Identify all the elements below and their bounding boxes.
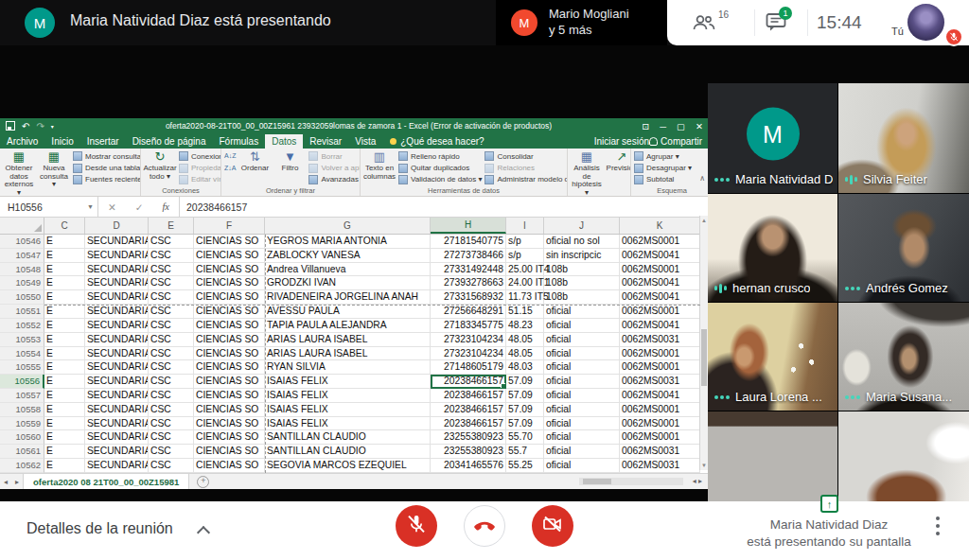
- participant-name: Maria Natividad Diaz: [735, 172, 833, 186]
- row-header-10554: 10554: [0, 347, 44, 361]
- refresh-all-button: ↻Actualizartodo ▾: [144, 150, 176, 181]
- cell-F10559: CIENCIAS SO: [194, 417, 265, 431]
- manage-data-model-button: Administrar modelo de datos: [484, 174, 568, 185]
- column-header-g: G: [265, 218, 431, 234]
- formula-buttons: ✕ ✓ fx: [98, 197, 180, 217]
- hang-up-button[interactable]: [464, 505, 505, 547]
- clock: 15:44: [817, 12, 862, 33]
- cell-D10559: SECUNDARIA: [85, 417, 149, 431]
- what-if-icon: ▦: [581, 150, 592, 164]
- cell-H10554: 27323104234: [431, 347, 506, 361]
- close-icon: ✕: [696, 121, 703, 131]
- cell-H10547: 27273738466: [431, 249, 506, 263]
- edit-links-icon: [179, 175, 188, 184]
- video-tile-laura-lorena[interactable]: Laura Lorena ...: [708, 303, 837, 411]
- video-tile-maria-natividad[interactable]: MMaria Natividad Diaz: [708, 83, 837, 193]
- cell-J10554: oficial: [544, 347, 620, 361]
- mic-off-icon: [949, 28, 959, 45]
- camera-off-icon: [541, 513, 564, 539]
- cell-E10546: CSC: [149, 235, 194, 249]
- remove-duplicates-button: Quitar duplicados: [398, 162, 482, 173]
- name-box-dropdown-icon: ▼: [87, 203, 94, 210]
- video-tile-andres-gomez[interactable]: Andrés Gomez: [838, 194, 969, 302]
- cell-G10547: ZABLOCKY VANESA: [265, 249, 431, 263]
- overflow-dots-icon: [714, 178, 730, 182]
- cell-C10553: E: [44, 333, 85, 347]
- participant-thumbnail[interactable]: M Mario Mogliani y 5 más: [496, 0, 667, 45]
- mute-microphone-button[interactable]: [396, 505, 437, 547]
- cell-E10556: CSC: [149, 375, 194, 389]
- table-row: 10549ESECUNDARIACSCCIENCIAS SOGRODZKI IV…: [0, 276, 700, 290]
- cell-E10557: CSC: [149, 389, 194, 403]
- meeting-details-button[interactable]: Detalles de la reunión: [26, 520, 173, 537]
- cell-I10562: 55.25: [506, 459, 544, 473]
- cell-C10562: E: [44, 459, 85, 473]
- column-header-j: J: [544, 218, 620, 234]
- self-avatar: [907, 4, 944, 41]
- cell-C10557: E: [44, 389, 85, 403]
- advanced-filter-button: Avanzadas: [308, 174, 361, 185]
- row-header-10560: 10560: [0, 430, 44, 445]
- relationships-button: Relaciones: [484, 162, 568, 173]
- cell-F10550: CIENCIAS SO: [194, 290, 265, 305]
- excel-menu-tabs: ArchivoInicioInsertarDiseño de páginaFór…: [0, 134, 708, 149]
- properties-icon: [179, 164, 188, 173]
- ribbon-group-previsi-n: ▦Análisis dehipótesis ▾↗PrevisiónPrevisi…: [568, 149, 631, 196]
- cell-J10560: oficial: [544, 430, 620, 445]
- cell-E10561: CSC: [149, 445, 194, 459]
- video-tile-hernan-crusco[interactable]: hernan crusco: [708, 194, 837, 302]
- cell-K10557: 0062MS0041: [620, 389, 700, 403]
- forecast-button: ↗Previsión: [606, 150, 631, 173]
- advanced-filter-icon: [308, 175, 318, 184]
- reapply-filter-button: Volver a aplicar: [308, 162, 361, 173]
- reapply-filter-icon: [308, 164, 318, 173]
- cell-H10553: 27323104234: [431, 333, 506, 347]
- table-row: 10556ESECUNDARIACSCCIENCIAS SOISAIAS FEL…: [0, 375, 700, 389]
- camera-off-button[interactable]: [532, 505, 573, 547]
- video-tile-silvia-feiter[interactable]: Silvia Feiter: [838, 83, 969, 193]
- video-tile-maria-susana[interactable]: Maria Susana...: [838, 303, 969, 411]
- cell-H10551: 27256648291: [431, 305, 506, 319]
- table-row: 10555ESECUNDARIACSCCIENCIAS SORYAN SILVI…: [0, 360, 700, 375]
- cell-K10562: 0062MS0031: [620, 459, 700, 473]
- chat-unread-badge: 1: [779, 7, 792, 20]
- cell-J10548: 108b: [544, 263, 620, 277]
- sheet-tab-bar: ◂ ▸ oferta2020 08 21T00_00_00Z15981 + ◂ …: [0, 473, 708, 489]
- cell-D10550: SECUNDARIA: [85, 290, 149, 305]
- chat-button[interactable]: 1: [766, 12, 787, 36]
- cancel-icon: ✕: [108, 201, 116, 213]
- column-header-k: K: [620, 218, 700, 234]
- table-row: 10553ESECUNDARIACSCCIENCIAS SOARIAS LAUR…: [0, 333, 700, 347]
- cell-H10549: 27393278663: [431, 276, 506, 290]
- video-tile-participant-8[interactable]: [838, 411, 969, 501]
- manage-data-model-icon: [484, 175, 494, 184]
- screen-share-icon: ↑: [820, 495, 838, 513]
- cell-I10557: 57.09: [506, 389, 544, 403]
- cell-I10552: 48.23: [506, 319, 544, 333]
- edit-links-button: Editar vínculos: [179, 174, 221, 185]
- table-row: 10557ESECUNDARIACSCCIENCIAS SOISAIAS FEL…: [0, 389, 700, 403]
- more-options-button[interactable]: [936, 516, 940, 535]
- cell-H10561: 23255380923: [431, 445, 506, 459]
- show-queries-button: Mostrar consultas: [73, 150, 141, 162]
- cell-G10552: TAPIA PAULA ALEJANDRA: [265, 319, 431, 333]
- data-validation-button: Validación de datos ▾: [398, 174, 482, 185]
- menu-tab-insertar: Insertar: [80, 134, 126, 149]
- cell-G10548: Andrea Villanueva: [265, 263, 431, 277]
- participants-button[interactable]: 16: [692, 12, 716, 37]
- row-header-10561: 10561: [0, 445, 44, 459]
- sheet-nav-right-icon: ▸: [11, 478, 23, 486]
- row-header-10556: 10556: [0, 375, 44, 389]
- cell-C10559: E: [44, 417, 85, 431]
- chevron-up-icon[interactable]: [197, 526, 210, 539]
- clear-filter-button: Borrar: [308, 150, 361, 162]
- cell-E10550: CSC: [149, 290, 194, 305]
- cell-J10549: 108b: [544, 276, 620, 290]
- hscroll-arrows: ◂ ▸: [693, 477, 702, 485]
- cell-H10556: 20238466157: [431, 375, 506, 389]
- cell-J10558: oficial: [544, 403, 620, 417]
- video-tile-participant-7[interactable]: [708, 411, 837, 501]
- thumbnail-avatar: M: [511, 9, 537, 36]
- ungroup-button: Desagrupar ▾: [634, 162, 692, 173]
- row-header-10546: 10546: [0, 235, 44, 249]
